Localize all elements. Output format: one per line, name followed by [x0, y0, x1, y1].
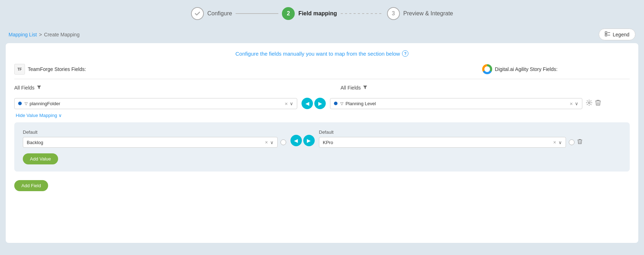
- svg-marker-5: [363, 86, 367, 89]
- right-value-dropdown[interactable]: KPro × ∨: [319, 137, 566, 148]
- step-line-1: [236, 13, 278, 14]
- left-value-text: Backlog: [27, 140, 263, 145]
- target-field-value: Planning Level: [345, 101, 567, 106]
- back-arrow-icon: ◀: [305, 101, 309, 106]
- field-headers: TF TeamForge Stories Fields: Digital.ai …: [14, 64, 630, 79]
- stepper: Configure 2 Field mapping 3 Preview & In…: [0, 0, 644, 26]
- target-field-dropdown[interactable]: ▽ Planning Level × ∨: [330, 98, 582, 109]
- legend-icon: [605, 31, 610, 38]
- hide-value-mapping-toggle[interactable]: Hide Value Mapping ∨: [16, 113, 630, 118]
- left-default-label: Default: [23, 129, 286, 135]
- tf-logo: TF: [14, 64, 25, 75]
- svg-point-6: [588, 102, 590, 104]
- right-value-chevron: ∨: [558, 140, 562, 145]
- right-default-radio[interactable]: [569, 139, 575, 145]
- chevron-down-icon: ∨: [58, 113, 62, 118]
- breadcrumb-bar: Mapping List > Create Mapping Legend: [0, 26, 644, 43]
- left-value-chevron: ∨: [270, 140, 274, 145]
- step-label-preview: Preview & Integrate: [403, 10, 453, 17]
- source-field-value: planningFolder: [30, 101, 283, 106]
- action-icons: [586, 100, 601, 107]
- breadcrumb: Mapping List > Create Mapping: [9, 32, 79, 37]
- step-preview[interactable]: 3 Preview & Integrate: [387, 7, 453, 20]
- field-nav-back-button[interactable]: ◀: [302, 98, 313, 109]
- right-default-label: Default: [319, 129, 582, 135]
- target-clear-button[interactable]: ×: [570, 101, 573, 107]
- value-back-arrow-icon: ◀: [294, 138, 298, 143]
- delete-field-icon[interactable]: [595, 100, 601, 107]
- target-funnel-icon: ▽: [340, 101, 343, 106]
- value-mapping-panel: Default Backlog × ∨ ◀ ▶: [14, 122, 630, 172]
- step-configure[interactable]: Configure: [191, 7, 232, 20]
- source-all-fields-label: All Fields: [14, 85, 304, 91]
- source-dot-indicator: [18, 102, 22, 105]
- step-label-field-mapping: Field mapping: [298, 10, 337, 17]
- field-nav-forward-button[interactable]: ▶: [314, 98, 326, 109]
- right-value-clear[interactable]: ×: [553, 139, 556, 145]
- settings-icon[interactable]: [586, 100, 592, 107]
- step-field-mapping[interactable]: 2 Field mapping: [282, 7, 337, 20]
- target-dot-indicator: [334, 102, 338, 105]
- step-circle-configure: [191, 7, 204, 20]
- left-default-radio[interactable]: [280, 139, 286, 145]
- field-mapping-row: ▽ planningFolder × ∨ ◀ ▶ ▽ Planning Leve…: [14, 98, 630, 109]
- legend-label: Legend: [613, 32, 629, 37]
- step-circle-preview: 3: [387, 7, 400, 20]
- add-field-button[interactable]: Add Field: [14, 180, 48, 191]
- step-circle-field-mapping: 2: [282, 7, 295, 20]
- value-nav-arrows: ◀ ▶: [290, 135, 315, 148]
- source-header-label: TeamForge Stories Fields:: [28, 66, 86, 72]
- right-value-text: KPro: [323, 140, 551, 145]
- info-icon: ?: [402, 50, 408, 57]
- target-filter-icon: [363, 85, 367, 91]
- value-nav-forward-button[interactable]: ▶: [303, 135, 315, 146]
- breadcrumb-current: Create Mapping: [44, 32, 80, 37]
- breadcrumb-link-mapping-list[interactable]: Mapping List: [9, 32, 37, 37]
- svg-marker-4: [37, 86, 41, 89]
- instruction-text: Configure the fields manually you want t…: [14, 50, 630, 57]
- step-label-configure: Configure: [207, 10, 232, 17]
- value-forward-arrow-icon: ▶: [307, 138, 311, 143]
- left-value-clear[interactable]: ×: [265, 139, 268, 145]
- source-filter-icon: [37, 85, 41, 91]
- source-field-dropdown[interactable]: ▽ planningFolder × ∨: [14, 98, 297, 109]
- delete-value-button[interactable]: [577, 139, 582, 146]
- dai-logo: [482, 64, 492, 74]
- target-all-fields-label: All Fields: [341, 85, 630, 91]
- forward-arrow-icon: ▶: [318, 101, 322, 106]
- target-chevron-icon: ∨: [575, 101, 578, 106]
- hide-mapping-label: Hide Value Mapping: [16, 113, 57, 118]
- source-chevron-icon: ∨: [290, 101, 293, 106]
- step-line-2: [341, 13, 383, 14]
- breadcrumb-separator: >: [39, 32, 42, 37]
- legend-button[interactable]: Legend: [599, 29, 635, 40]
- left-value-dropdown[interactable]: Backlog × ∨: [23, 137, 278, 148]
- main-card: Configure the fields manually you want t…: [6, 43, 638, 243]
- field-nav-arrows: ◀ ▶: [302, 98, 326, 109]
- source-funnel-icon: ▽: [25, 101, 27, 106]
- svg-rect-0: [605, 32, 607, 34]
- target-header-label: Digital.ai Agility Story Fields:: [495, 66, 558, 72]
- source-clear-button[interactable]: ×: [285, 101, 288, 107]
- svg-rect-1: [605, 34, 607, 36]
- add-value-button[interactable]: Add Value: [23, 153, 58, 164]
- value-nav-back-button[interactable]: ◀: [290, 135, 302, 146]
